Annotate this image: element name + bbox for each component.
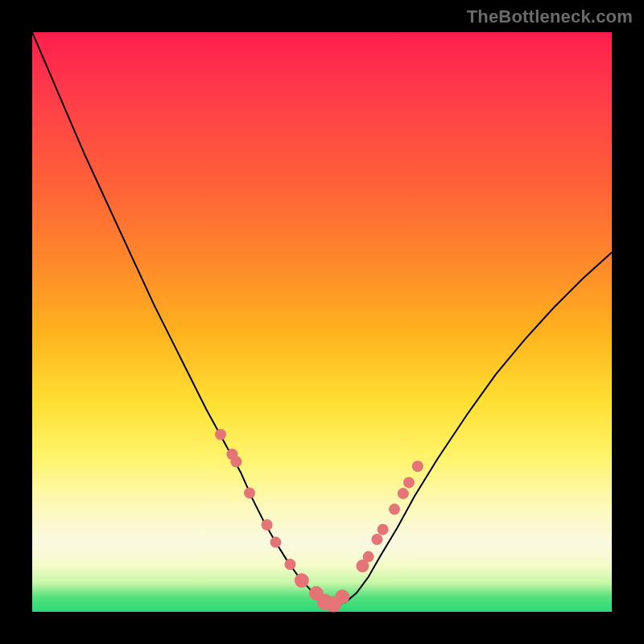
data-point-marker (403, 477, 415, 488)
outer-frame: TheBottleneck.com (0, 0, 644, 644)
data-point-marker (335, 589, 349, 604)
bottleneck-curve (32, 32, 612, 605)
data-point-marker (412, 460, 423, 472)
data-point-marker (371, 534, 382, 545)
data-point-marker (378, 524, 389, 535)
data-point-marker (389, 504, 400, 515)
chart-svg (32, 32, 612, 612)
data-point-marker (244, 487, 255, 498)
data-point-marker (295, 573, 309, 588)
data-point-marker (215, 429, 226, 440)
data-point-marker (363, 551, 374, 563)
data-point-marker (230, 456, 242, 468)
data-point-marker (284, 559, 295, 570)
data-point-marker (262, 519, 273, 530)
data-point-marker (398, 488, 409, 499)
watermark-text: TheBottleneck.com (467, 6, 633, 27)
data-point-marker (270, 537, 281, 548)
